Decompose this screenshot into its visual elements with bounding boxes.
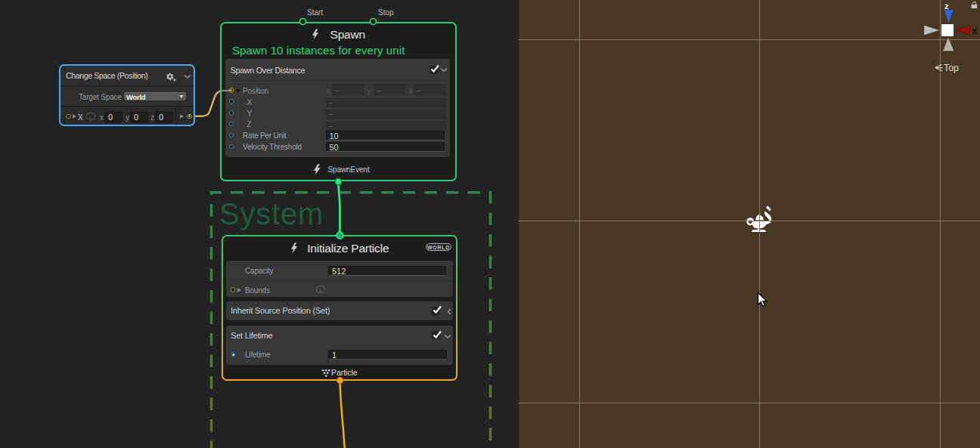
svg-text:L: L [319,287,322,292]
svg-text:L: L [89,114,92,119]
svg-text:z: z [944,2,949,11]
svg-text:x: x [972,26,978,36]
